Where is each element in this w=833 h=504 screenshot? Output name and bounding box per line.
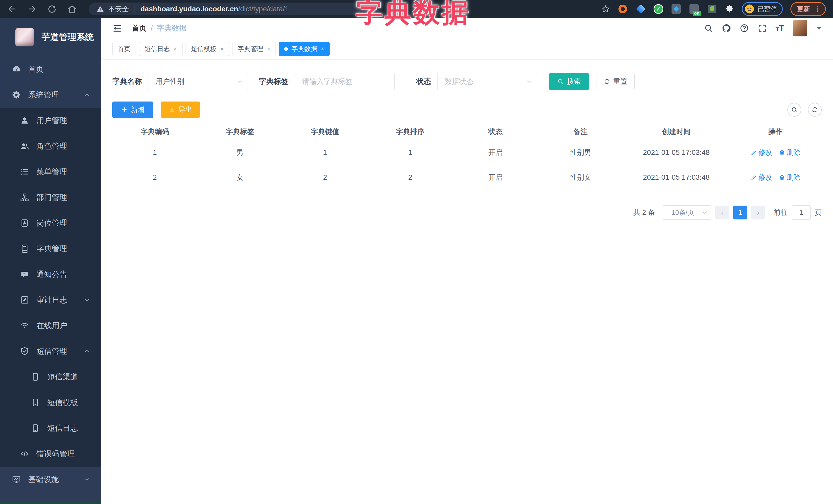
- tab-close-icon[interactable]: ×: [320, 46, 324, 52]
- sidebar-item-label: 通知公告: [37, 269, 67, 280]
- tab-1[interactable]: 短信日志×: [139, 42, 183, 56]
- delete-link[interactable]: 删除: [779, 173, 801, 182]
- dict-label-input[interactable]: 请输入字典标签: [295, 73, 395, 90]
- tab-3[interactable]: 字典管理×: [232, 42, 276, 56]
- bookmark-star-icon[interactable]: [601, 5, 610, 13]
- page-unit-label: 页: [815, 208, 822, 217]
- browser-reload-icon[interactable]: [47, 4, 57, 14]
- sidebar-item-sms-management[interactable]: 短信管理: [0, 338, 101, 364]
- sidebar-item-user-management[interactable]: 用户管理: [0, 108, 101, 133]
- browser-back-icon[interactable]: [7, 4, 17, 14]
- prev-page-button[interactable]: ‹: [715, 206, 729, 219]
- sidebar-item-sms-log[interactable]: 短信日志: [0, 415, 101, 441]
- search-icon: [557, 78, 564, 85]
- sidebar-item-label: 菜单管理: [37, 167, 67, 177]
- user-avatar[interactable]: [793, 20, 807, 37]
- extension-orange-ring-icon[interactable]: [618, 4, 628, 14]
- sidebar-item-dict-management[interactable]: 字典管理: [0, 236, 101, 262]
- chevron-down-icon: [84, 296, 90, 303]
- sidebar-item-role-management[interactable]: 角色管理: [0, 133, 101, 159]
- browser-home-icon[interactable]: [67, 4, 77, 14]
- breadcrumb-home[interactable]: 首页: [132, 23, 147, 33]
- address-bar[interactable]: 不安全 dashboard.yudao.iocoder.cn/dict/type…: [89, 3, 360, 16]
- phone-icon: [31, 372, 40, 381]
- extension-green-sprout-icon[interactable]: [707, 4, 717, 14]
- tab-close-icon[interactable]: ×: [173, 46, 177, 52]
- gear-icon: [12, 90, 21, 99]
- edit-link[interactable]: 修改: [751, 148, 772, 157]
- tab-2[interactable]: 短信模板×: [186, 42, 229, 56]
- sidebar-item-system-management[interactable]: 系统管理: [0, 82, 101, 108]
- edit-link[interactable]: 修改: [751, 173, 772, 182]
- tab-close-icon[interactable]: ×: [267, 46, 270, 52]
- cell-code: 2: [112, 165, 197, 190]
- tab-0[interactable]: 首页: [112, 42, 136, 56]
- github-icon[interactable]: [722, 24, 731, 33]
- tree-icon: [20, 193, 29, 202]
- breadcrumb: 首页 / 字典数据: [132, 23, 187, 33]
- current-page-button[interactable]: 1: [733, 206, 747, 219]
- cell-remark: 性别女: [538, 165, 623, 190]
- sidebar-item-sms-channel[interactable]: 短信渠道: [0, 364, 101, 390]
- app-logo-row[interactable]: 芋道管理系统: [0, 18, 101, 56]
- sidebar-item-label: 用户管理: [37, 115, 67, 126]
- extension-green-check-icon[interactable]: ✓: [653, 4, 663, 14]
- page-size-select[interactable]: 10条/页: [662, 205, 711, 220]
- update-label: 更新: [797, 5, 810, 14]
- sidebar-item-home[interactable]: 首页: [0, 56, 101, 82]
- table-toolbar: 新增 导出: [112, 101, 822, 118]
- sidebar-item-label: 短信管理: [37, 346, 67, 357]
- sidebar-item-menu-management[interactable]: 菜单管理: [0, 159, 101, 185]
- sidebar-item-label: 短信模板: [47, 398, 78, 408]
- table-row: 2女22开启性别女2021-01-05 17:03:48修改删除: [112, 165, 822, 190]
- reset-button[interactable]: 重置: [596, 73, 635, 90]
- sidebar-item-notice-announcement[interactable]: 通知公告: [0, 262, 101, 287]
- next-page-button[interactable]: ›: [751, 206, 765, 219]
- dict-name-select[interactable]: 用户性别: [148, 73, 248, 90]
- page-content: 字典名称 用户性别 字典标签 请输入字典标签 状态 数据状态 搜索 重: [101, 73, 833, 220]
- delete-link[interactable]: 删除: [779, 148, 801, 157]
- sidebar-item-post-management[interactable]: 岗位管理: [0, 210, 101, 236]
- sidebar-fold-icon[interactable]: [112, 23, 122, 33]
- tab-close-icon[interactable]: ×: [220, 46, 224, 52]
- cell-value: 2: [282, 165, 367, 190]
- browser-menu-dots-icon[interactable]: ⋮: [814, 5, 822, 13]
- dict-name-label: 字典名称: [112, 76, 142, 87]
- badge-icon: [20, 218, 29, 227]
- font-size-icon[interactable]: TT: [776, 24, 784, 32]
- sidebar-item-error-code-management[interactable]: 错误码管理: [0, 441, 101, 466]
- tab-4[interactable]: 字典数据×: [279, 42, 330, 56]
- user-menu-caret-icon[interactable]: [816, 27, 822, 30]
- browser-forward-icon[interactable]: [27, 4, 37, 14]
- on-badge-label: on: [693, 11, 701, 16]
- search-icon: [791, 106, 798, 113]
- sidebar-item-sms-template[interactable]: 短信模板: [0, 390, 101, 415]
- status-select[interactable]: 数据状态: [437, 73, 537, 90]
- sidebar-item-online-users[interactable]: 在线用户: [0, 313, 101, 338]
- toggle-search-button[interactable]: [787, 103, 801, 117]
- column-header: 备注: [538, 123, 623, 140]
- goto-page-input[interactable]: 1: [792, 205, 811, 220]
- sidebar-item-infrastructure[interactable]: 基础设施: [0, 466, 101, 492]
- cell-sort: 1: [367, 140, 453, 165]
- status-label: 状态: [416, 76, 431, 87]
- extensions-puzzle-icon[interactable]: [725, 4, 734, 14]
- sidebar-item-dept-management[interactable]: 部门管理: [0, 185, 101, 210]
- extension-blue-diamond-icon[interactable]: [671, 4, 681, 14]
- cell-sort: 2: [367, 165, 453, 190]
- help-icon[interactable]: [740, 24, 749, 33]
- export-button[interactable]: 导出: [161, 101, 200, 118]
- search-button[interactable]: 搜索: [549, 73, 589, 90]
- browser-update-button[interactable]: 更新 ⋮: [790, 2, 826, 16]
- refresh-table-button[interactable]: [808, 103, 822, 117]
- browser-profile-button[interactable]: 已暂停: [742, 2, 783, 16]
- extension-blue-gem-icon[interactable]: [636, 4, 646, 14]
- book-icon: [20, 244, 29, 253]
- extension-on-badge-icon[interactable]: on: [689, 4, 699, 14]
- add-button[interactable]: 新增: [112, 101, 153, 118]
- url-divider: [135, 5, 135, 13]
- pencil-icon: [751, 174, 757, 181]
- header-search-icon[interactable]: [704, 24, 713, 33]
- sidebar-item-audit-log[interactable]: 审计日志: [0, 287, 101, 313]
- fullscreen-icon[interactable]: [758, 24, 767, 33]
